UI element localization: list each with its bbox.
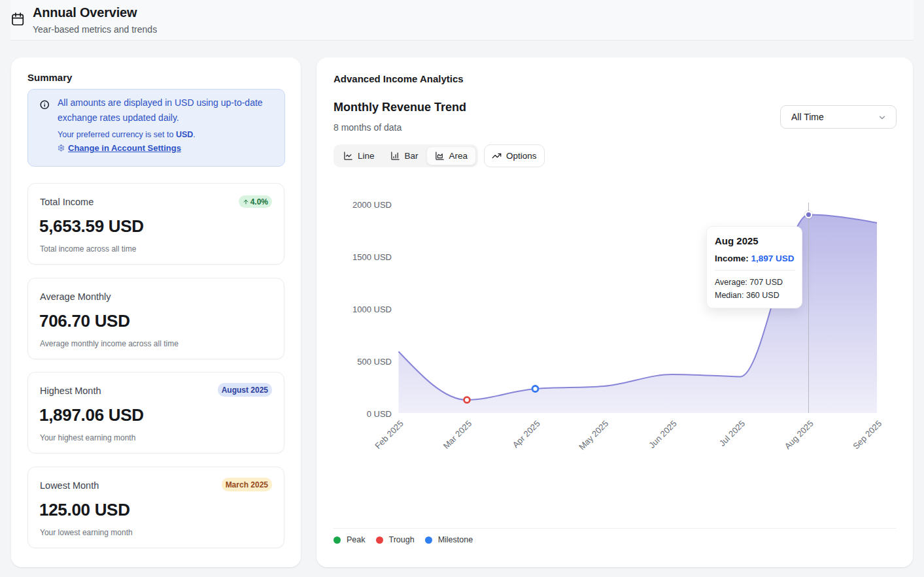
svg-text:0 USD: 0 USD (367, 409, 392, 419)
svg-text:1500 USD: 1500 USD (352, 252, 392, 262)
svg-text:1000 USD: 1000 USD (352, 305, 392, 314)
svg-text:Sep 2025: Sep 2025 (851, 419, 883, 452)
svg-text:Apr 2025: Apr 2025 (511, 419, 542, 450)
svg-text:Jun 2025: Jun 2025 (647, 419, 678, 450)
svg-text:Jul 2025: Jul 2025 (717, 419, 747, 448)
svg-text:May 2025: May 2025 (577, 419, 610, 452)
svg-text:2000 USD: 2000 USD (352, 200, 392, 210)
svg-text:Mar 2025: Mar 2025 (441, 419, 473, 451)
svg-text:Aug 2025: Aug 2025 (783, 419, 815, 452)
svg-text:500 USD: 500 USD (357, 357, 392, 367)
svg-text:Feb 2025: Feb 2025 (373, 419, 405, 451)
